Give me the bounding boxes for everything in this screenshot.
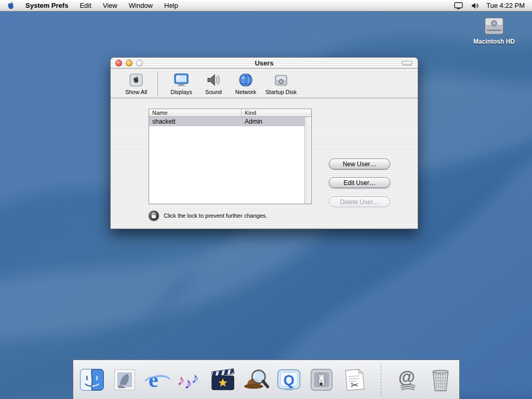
svg-text:♪: ♪ [191, 369, 198, 385]
dock: e ♪ ♪ ♪ [73, 360, 460, 399]
startup-disk-icon [274, 73, 288, 87]
lock-row: Click the lock to prevent further change… [149, 210, 267, 221]
window-title: Users [255, 59, 273, 67]
toolbar-network[interactable]: Network [230, 71, 262, 95]
window-content: Name Kind shackett Admin New User… Edit … [111, 98, 418, 228]
dock-trash-icon[interactable] [426, 365, 455, 395]
apple-icon [7, 1, 15, 10]
menu-item-view[interactable]: View [97, 0, 123, 11]
show-all-icon [129, 73, 143, 87]
dock-system-preferences-icon[interactable] [307, 365, 336, 395]
dock-sherlock-icon[interactable] [241, 365, 270, 395]
cell-user-kind: Admin [242, 118, 262, 125]
table-scrollbar[interactable] [304, 117, 311, 204]
volume-menu-extra[interactable] [467, 0, 483, 11]
menu-item-window[interactable]: Window [123, 0, 158, 11]
toolbar-label-startup-disk: Startup Disk [265, 89, 297, 95]
dock-internet-explorer-icon[interactable]: e [143, 365, 172, 395]
dock-mail-icon[interactable] [110, 365, 139, 395]
toolbar-label-sound: Sound [205, 89, 222, 95]
window-toolbar: Show All Displays S [111, 69, 418, 98]
svg-text:✂: ✂ [350, 380, 358, 391]
dock-finder-icon[interactable] [77, 365, 107, 395]
volume-icon [471, 2, 479, 9]
dock-itunes-icon[interactable]: ♪ ♪ ♪ [176, 365, 205, 395]
displays-icon [174, 73, 189, 87]
lock-message: Click the lock to prevent further change… [164, 212, 267, 219]
menu-item-help[interactable]: Help [158, 0, 184, 11]
cell-user-name: shackett [149, 118, 242, 125]
new-user-button[interactable]: New User… [329, 158, 390, 169]
table-row-selected[interactable]: shackett Admin [149, 117, 311, 126]
window-titlebar[interactable]: Users [111, 58, 418, 69]
toolbar-label-show-all: Show All [125, 89, 147, 95]
toolbar-displays[interactable]: Displays [165, 71, 197, 95]
minimize-button[interactable] [126, 60, 132, 66]
svg-text:@: @ [398, 367, 415, 386]
menu-bar: System Prefs Edit View Window Help Tue 4… [0, 0, 532, 11]
dock-mail-spring-icon[interactable]: @ [393, 365, 422, 395]
edit-user-button[interactable]: Edit User… [329, 177, 390, 188]
dock-quicktime-icon[interactable]: Q [274, 365, 303, 395]
sound-icon [206, 73, 221, 87]
dock-separator [381, 363, 381, 396]
menu-item-edit[interactable]: Edit [74, 0, 97, 11]
column-header-kind[interactable]: Kind [242, 109, 311, 116]
toolbar-label-displays: Displays [170, 89, 192, 95]
svg-text:Q: Q [283, 372, 294, 388]
menu-clock[interactable]: Tue 4:22 PM [483, 2, 532, 9]
svg-text:e: e [149, 367, 158, 392]
toolbar-label-network: Network [235, 89, 256, 95]
users-window: Users Show All [110, 57, 418, 229]
close-button[interactable] [115, 60, 122, 66]
dock-clipping-icon[interactable]: ✂ [340, 365, 369, 395]
toolbar-startup-disk[interactable]: Startup Disk [262, 71, 300, 95]
lock-icon[interactable] [149, 210, 159, 221]
svg-text:♪: ♪ [177, 371, 184, 388]
hard-drive-icon [482, 16, 506, 36]
toolbar-sound[interactable]: Sound [197, 71, 230, 95]
toolbar-show-all[interactable]: Show All [120, 71, 152, 95]
toolbar-separator [157, 71, 158, 96]
macintosh-hd-icon[interactable]: Macintosh HD [466, 16, 523, 45]
zoom-button[interactable] [136, 60, 143, 66]
menu-item-app[interactable]: System Prefs [20, 0, 74, 11]
apple-menu[interactable] [0, 1, 20, 10]
column-header-name[interactable]: Name [149, 109, 242, 116]
table-header: Name Kind [149, 109, 311, 117]
dock-imovie-icon[interactable] [208, 365, 237, 395]
displays-menu-extra[interactable] [450, 0, 467, 11]
toolbar-toggle-button[interactable] [402, 61, 413, 65]
user-table: Name Kind shackett Admin [149, 109, 312, 204]
display-icon [454, 2, 463, 9]
network-icon [238, 73, 253, 87]
delete-user-button: Delete User… [329, 196, 390, 207]
hd-label: Macintosh HD [473, 38, 515, 45]
